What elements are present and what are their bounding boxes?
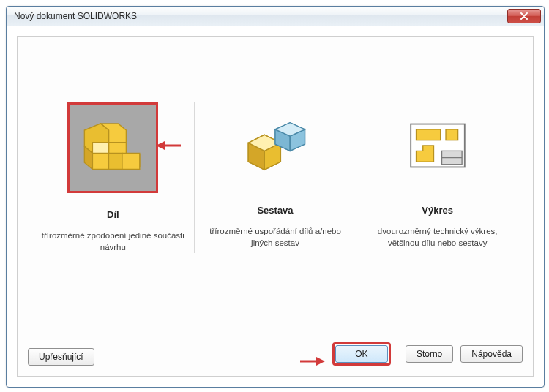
help-button[interactable]: Nápověda [460,345,523,363]
part-icon [79,114,146,181]
ok-button[interactable]: OK [335,345,388,363]
svg-marker-7 [122,153,140,169]
dialog-window: Nový dokument SOLIDWORKS [6,6,545,388]
option-part-description: třírozměrné zpodobení jediné součásti ná… [38,230,188,253]
option-assembly-title: Sestava [201,205,351,216]
assembly-icon [242,112,309,179]
template-options: Díl třírozměrné zpodobení jediné součást… [32,102,518,253]
dialog-title: Nový dokument SOLIDWORKS [14,11,507,21]
svg-marker-4 [93,153,109,169]
title-bar: Nový dokument SOLIDWORKS [7,7,544,26]
option-drawing[interactable]: Výkres dvourozměrný technický výkres, vě… [356,102,518,253]
button-bar: Upřesňující OK Storno Nápověda [28,345,523,366]
cancel-button[interactable]: Storno [406,345,453,363]
ok-button-highlight: OK [332,342,391,366]
svg-marker-6 [93,143,109,154]
svg-rect-18 [446,129,458,140]
option-drawing-description: dvourozměrný technický výkres, většinou … [362,226,512,249]
drawing-icon-box [395,102,481,189]
option-part-title: Díl [38,209,188,220]
advanced-button[interactable]: Upřesňující [28,348,94,366]
close-icon [520,12,529,20]
option-drawing-title: Výkres [362,205,512,216]
close-button[interactable] [507,9,541,23]
option-assembly-description: třírozměrné uspořádání dílů a/nebo jinýc… [201,226,351,249]
drawing-icon [404,112,471,179]
svg-marker-5 [109,153,122,169]
option-part[interactable]: Díl třírozměrné zpodobení jediné součást… [32,102,194,253]
part-icon-box [67,102,158,193]
assembly-icon-box [232,102,318,189]
svg-rect-17 [416,129,440,140]
dialog-body: Díl třírozměrné zpodobení jediné součást… [17,36,534,377]
option-assembly[interactable]: Sestava třírozměrné uspořádání dílů a/ne… [194,102,356,253]
